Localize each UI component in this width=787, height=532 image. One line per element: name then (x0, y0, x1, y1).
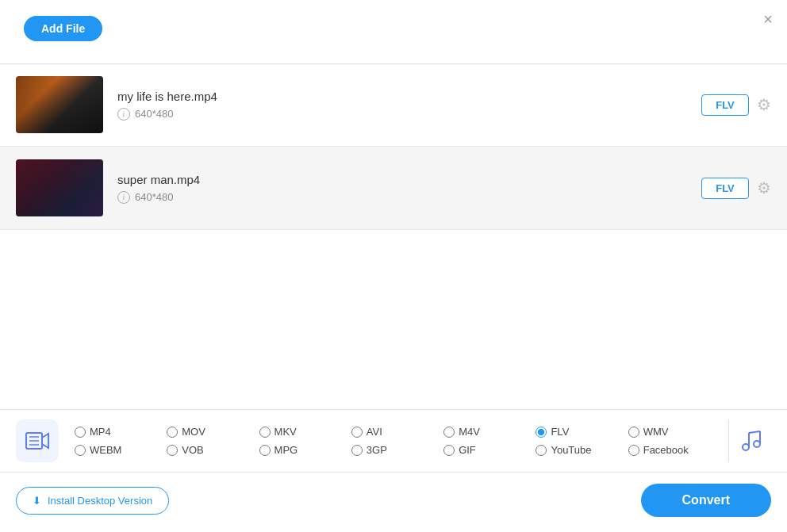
format-label-vob: VOB (182, 444, 203, 456)
file-meta-1: i 640*480 (117, 108, 701, 121)
format-option-mkv[interactable]: MKV (259, 426, 351, 438)
file-name-1: my life is here.mp4 (117, 90, 701, 103)
format-label-flv: FLV (551, 426, 569, 438)
file-meta-2: i 640*480 (117, 191, 701, 204)
format-option-mov[interactable]: MOV (167, 426, 259, 438)
format-options: MP4MOVMKVAVIM4VFLVWMVWEBMVOBMPG3GPGIFYou… (75, 426, 720, 456)
svg-line-8 (749, 431, 760, 433)
info-icon-2[interactable]: i (117, 191, 130, 204)
format-label-webm: WEBM (90, 444, 121, 456)
format-label-3gp: 3GP (367, 444, 387, 456)
format-option-3gp[interactable]: 3GP (351, 444, 443, 456)
format-button-2[interactable]: FLV (701, 178, 749, 199)
format-option-facebook[interactable]: Facebook (628, 444, 720, 456)
file-actions-2: FLV ⚙ (701, 178, 771, 199)
download-icon: ⬇ (33, 495, 41, 507)
format-label-wmv: WMV (643, 426, 669, 438)
file-resolution-2: 640*480 (135, 191, 173, 203)
install-desktop-button[interactable]: ⬇ Install Desktop Version (16, 487, 169, 515)
format-option-mpg[interactable]: MPG (259, 444, 351, 456)
format-option-wmv[interactable]: WMV (628, 426, 720, 438)
info-icon-1[interactable]: i (117, 108, 130, 121)
video-icon-box[interactable] (16, 419, 59, 462)
file-item-1: my life is here.mp4 i 640*480 FLV ⚙ (0, 63, 787, 147)
file-info-1: my life is here.mp4 i 640*480 (117, 90, 701, 121)
svg-point-5 (754, 441, 760, 447)
file-info-2: super man.mp4 i 640*480 (117, 173, 701, 204)
format-label-m4v: M4V (459, 426, 480, 438)
action-bar: ⬇ Install Desktop Version Convert (0, 473, 787, 528)
format-option-youtube[interactable]: YouTube (536, 444, 628, 456)
add-file-button[interactable]: Add File (24, 16, 102, 41)
file-list: my life is here.mp4 i 640*480 FLV ⚙ supe… (0, 63, 787, 409)
format-label-mov: MOV (182, 426, 205, 438)
music-icon-box[interactable] (728, 419, 771, 462)
close-button[interactable]: × (763, 11, 773, 27)
settings-icon-2[interactable]: ⚙ (757, 178, 771, 197)
file-thumbnail-1 (16, 76, 103, 133)
format-label-youtube: YouTube (551, 444, 591, 456)
format-option-mp4[interactable]: MP4 (75, 426, 167, 438)
format-label-avi: AVI (367, 426, 382, 438)
format-label-mp4: MP4 (90, 426, 111, 438)
file-resolution-1: 640*480 (135, 108, 173, 120)
format-option-flv[interactable]: FLV (536, 426, 628, 438)
convert-button[interactable]: Convert (641, 484, 771, 517)
format-button-1[interactable]: FLV (701, 94, 749, 116)
format-option-webm[interactable]: WEBM (75, 444, 167, 456)
format-label-mkv: MKV (274, 426, 297, 438)
install-label: Install Desktop Version (48, 495, 152, 507)
video-icon (25, 431, 49, 451)
format-label-facebook: Facebook (643, 444, 689, 456)
format-option-vob[interactable]: VOB (167, 444, 259, 456)
file-name-2: super man.mp4 (117, 173, 701, 186)
format-label-gif: GIF (459, 444, 476, 456)
format-label-mpg: MPG (274, 444, 298, 456)
svg-point-4 (743, 444, 749, 450)
format-option-gif[interactable]: GIF (443, 444, 536, 456)
file-item-2: super man.mp4 i 640*480 FLV ⚙ (0, 147, 787, 230)
settings-icon-1[interactable]: ⚙ (757, 95, 771, 114)
file-thumbnail-2 (16, 159, 103, 216)
music-icon (738, 428, 763, 454)
format-option-avi[interactable]: AVI (351, 426, 443, 438)
file-actions-1: FLV ⚙ (701, 94, 771, 116)
bottom-panel: MP4MOVMKVAVIM4VFLVWMVWEBMVOBMPG3GPGIFYou… (0, 409, 787, 532)
format-selector: MP4MOVMKVAVIM4VFLVWMVWEBMVOBMPG3GPGIFYou… (0, 410, 787, 473)
format-option-m4v[interactable]: M4V (443, 426, 536, 438)
